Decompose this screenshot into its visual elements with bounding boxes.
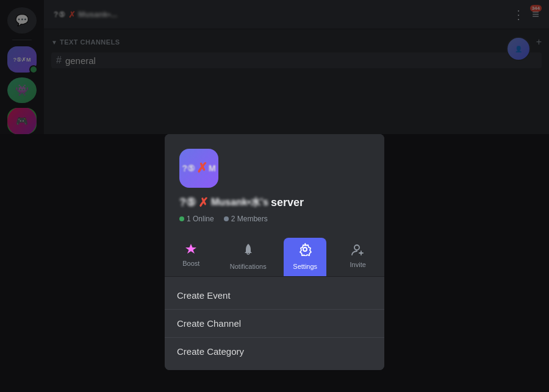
online-stat: 1 Online xyxy=(179,215,214,223)
menu-item-create-channel[interactable]: Create Channel xyxy=(165,310,384,338)
online-count: 1 Online xyxy=(187,215,214,223)
popup-overlay: ?⑤ ✗ M ?⑤ ✗ Musank•水's server 1 Online xyxy=(0,0,549,392)
server-icon-inner: ?⑤ ✗ M xyxy=(182,160,215,176)
gear-icon xyxy=(298,243,312,259)
tab-boost-label: Boost xyxy=(182,260,199,267)
tab-invite[interactable]: Invite xyxy=(337,238,379,276)
server-name-suffix: server xyxy=(271,196,304,209)
online-dot xyxy=(179,216,184,221)
server-stats: 1 Online 2 Members xyxy=(179,215,370,223)
add-person-icon xyxy=(351,243,365,257)
menu-item-create-category[interactable]: Create Category xyxy=(165,338,384,365)
tab-notifications[interactable]: Notifications xyxy=(223,238,274,276)
member-stat: 2 Members xyxy=(224,215,268,223)
server-name-cross: ✗ xyxy=(198,195,209,210)
server-icon: ?⑤ ✗ M xyxy=(179,149,218,188)
server-name-prefix: ?⑤ xyxy=(179,196,196,209)
x-icon: ✗ xyxy=(196,160,207,176)
tab-boost[interactable]: Boost xyxy=(170,238,212,276)
svg-point-1 xyxy=(354,245,359,250)
tab-notifications-label: Notifications xyxy=(230,263,267,270)
action-tabs: Boost Notifications xyxy=(165,233,384,277)
member-dot xyxy=(224,216,229,221)
tab-invite-label: Invite xyxy=(350,261,366,268)
server-name-middle: Musank•水's xyxy=(211,196,268,209)
menu-items: Create Event Create Channel Create Categ… xyxy=(165,277,384,370)
menu-item-create-event[interactable]: Create Event xyxy=(165,282,384,310)
tab-settings-label: Settings xyxy=(293,263,317,270)
server-header: ?⑤ ✗ M ?⑤ ✗ Musank•水's server 1 Online xyxy=(165,134,384,233)
popup-card: ?⑤ ✗ M ?⑤ ✗ Musank•水's server 1 Online xyxy=(165,134,384,370)
bell-icon xyxy=(242,243,255,259)
boost-icon xyxy=(184,243,198,256)
tab-settings[interactable]: Settings xyxy=(284,238,326,276)
svg-point-0 xyxy=(303,248,307,251)
member-count: 2 Members xyxy=(231,215,268,223)
server-name-display: ?⑤ ✗ Musank•水's server xyxy=(179,195,370,210)
